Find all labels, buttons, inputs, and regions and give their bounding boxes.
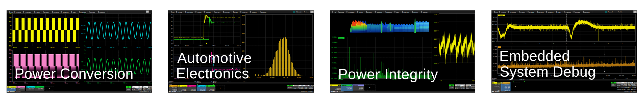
svg-text:Δy 5.61 dB: Δy 5.61 dB xyxy=(505,90,510,91)
svg-text:-124.2 ns: -124.2 ns xyxy=(174,45,179,46)
svg-text:HD: HD xyxy=(289,85,291,86)
svg-text:2 dBm: 2 dBm xyxy=(494,46,497,47)
svg-text:C1: C1 xyxy=(472,85,473,86)
svg-text:Sto: Sto xyxy=(628,84,630,85)
svg-text:-780 ms: -780 ms xyxy=(50,47,55,48)
svg-text:Display: Display xyxy=(529,11,534,13)
svg-text:-1.5 A: -1.5 A xyxy=(82,41,86,43)
svg-text:Positive: Positive xyxy=(632,85,637,86)
svg-text:3.347 V: 3.347 V xyxy=(434,30,438,32)
svg-text:C1: C1 xyxy=(633,82,634,83)
svg-text:500 mA: 500 mA xyxy=(81,61,86,63)
svg-text:Z3: Z3 xyxy=(26,86,28,88)
svg-text:60 V: 60 V xyxy=(171,17,174,19)
svg-text:Δ20.4 mV: Δ20.4 mV xyxy=(492,27,497,29)
svg-text:-86.18 dBm: -86.18 dBm xyxy=(331,67,337,69)
svg-text:zoom(Vgs: zoom(Vgs xyxy=(191,85,196,87)
svg-text:1/21/2019 9:43:21 AM: 1/21/2019 9:43:21 AM xyxy=(139,91,151,93)
svg-text:-106.18 dBm: -106.18 dBm xyxy=(331,78,337,79)
svg-text:-8 V: -8 V xyxy=(9,69,12,71)
svg-text:Edge: Edge xyxy=(466,88,469,89)
svg-text:667.5 ps: 667.5 ps xyxy=(297,77,301,78)
svg-text:-740 ms: -740 ms xyxy=(136,47,141,48)
svg-text:10 GS/s: 10 GS/s xyxy=(623,85,627,86)
svg-text:4.68 V: 4.68 V xyxy=(148,88,152,89)
svg-text:TELEDYNE LECROY: TELEDYNE LECROY xyxy=(331,91,344,93)
svg-text:24 V: 24 V xyxy=(9,53,12,55)
svg-text:Embedded: Embedded xyxy=(499,48,570,64)
svg-text:0.0 mV: 0.0 mV xyxy=(309,87,313,88)
svg-text:-900 ms: -900 ms xyxy=(86,47,91,48)
svg-text:Undo: Undo xyxy=(311,11,313,12)
svg-text:Timebase: Timebase xyxy=(25,11,32,13)
svg-text:-820 ms: -820 ms xyxy=(110,47,115,48)
svg-text:30 V: 30 V xyxy=(171,28,174,30)
svg-text:-740 ms: -740 ms xyxy=(63,47,68,48)
svg-text:3.327 V: 3.327 V xyxy=(434,63,438,64)
svg-text:SpecAn: SpecAn xyxy=(339,38,343,39)
svg-text:Utilities: Utilities xyxy=(575,11,580,13)
svg-text:225 MHz: 225 MHz xyxy=(632,75,636,76)
svg-text:Edge: Edge xyxy=(628,85,631,86)
svg-text:Flashb...: Flashb... xyxy=(618,11,623,13)
svg-text:-56.18 dBm: -56.18 dBm xyxy=(331,52,337,53)
svg-text:14.594 k#: 14.594 k# xyxy=(347,89,352,91)
svg-text:-18 dBm: -18 dBm xyxy=(493,49,497,50)
svg-text:12 Bits: 12 Bits xyxy=(288,87,292,89)
svg-text:3.332 V: 3.332 V xyxy=(434,55,438,56)
svg-text:0 V: 0 V xyxy=(171,73,174,74)
svg-text:30 V: 30 V xyxy=(171,61,174,63)
svg-text:-860 ms: -860 ms xyxy=(23,47,28,48)
svg-text:70 V: 70 V xyxy=(171,47,174,48)
svg-text:-66.07 dBm: -66.07 dBm xyxy=(504,88,510,90)
svg-text:Z1: Z1 xyxy=(8,86,9,88)
svg-text:20 V: 20 V xyxy=(171,32,174,33)
svg-text:-76.18 dBm: -76.18 dBm xyxy=(331,62,337,64)
svg-text:-16 V: -16 V xyxy=(9,73,12,75)
svg-text:-36.18 dBm: -36.18 dBm xyxy=(331,42,337,43)
svg-text:X2= 180.001 MHz 1/ΔX= 14.2: X2= 180.001 MHz 1/ΔX= 14.2858 ns xyxy=(617,89,637,90)
svg-text:Analysis: Analysis xyxy=(565,11,571,13)
svg-text:Δ30.6 mV: Δ30.6 mV xyxy=(492,34,497,36)
svg-text:-1 ms: -1 ms xyxy=(498,42,501,44)
svg-text:P12: - - -: P12: - - - xyxy=(626,78,630,79)
svg-text:20.0 ns/div: 20.0 ns/div xyxy=(209,90,215,91)
svg-text:C1: C1 xyxy=(310,85,311,86)
svg-text:28.8 MHz: 28.8 MHz xyxy=(505,85,510,87)
svg-text:Measure: Measure xyxy=(386,11,392,13)
svg-text:-780 ms: -780 ms xyxy=(50,82,55,84)
svg-text:40 V: 40 V xyxy=(171,58,174,59)
svg-text:Display: Display xyxy=(206,11,211,13)
svg-text:185 MHz: 185 MHz xyxy=(606,75,610,76)
svg-text:-820 ms: -820 ms xyxy=(37,47,41,48)
svg-text:Support: Support xyxy=(261,11,266,13)
svg-text:DC1M: DC1M xyxy=(498,83,500,84)
svg-text:-78 dBm: -78 dBm xyxy=(493,59,497,61)
svg-text:Δy ---: Δy --- xyxy=(498,90,500,91)
svg-text:value: value xyxy=(169,82,172,83)
svg-text:-3.33700 V: -3.33700 V xyxy=(335,89,341,91)
svg-text:-10 V: -10 V xyxy=(170,76,174,78)
svg-text:Positive: Positive xyxy=(471,88,475,89)
svg-text:Automotive: Automotive xyxy=(177,50,252,66)
svg-text:3.34560 V: 3.34560 V xyxy=(631,84,637,85)
svg-text:75.8 ns: 75.8 ns xyxy=(237,45,241,46)
svg-text:+: + xyxy=(219,87,221,90)
svg-text:50 V: 50 V xyxy=(171,54,174,55)
svg-text:50.0 ns/div: 50.0 ns/div xyxy=(298,87,304,88)
svg-text:Z7: Z7 xyxy=(197,85,199,87)
svg-text:Z4: Z4 xyxy=(36,86,37,88)
svg-text:1.5 A: 1.5 A xyxy=(83,17,86,19)
svg-text:0 ns: 0 ns xyxy=(463,85,465,86)
svg-text:350 #: 350 # xyxy=(242,15,245,16)
svg-text:value: value xyxy=(492,79,495,80)
svg-text:Δ10.2 mV: Δ10.2 mV xyxy=(492,21,497,22)
svg-text:File: File xyxy=(496,11,498,13)
svg-text:Undo: Undo xyxy=(146,11,148,12)
svg-text:5.000 kS: 5.000 kS xyxy=(173,90,177,91)
svg-text:-700 ms: -700 ms xyxy=(75,82,80,84)
svg-text:-66.18 dBm: -66.18 dBm xyxy=(331,57,337,58)
svg-text:200 ns/div: 200 ns/div xyxy=(460,86,465,88)
svg-text:Trigger: Trigger xyxy=(197,11,202,13)
svg-text:32 V: 32 V xyxy=(9,49,12,51)
